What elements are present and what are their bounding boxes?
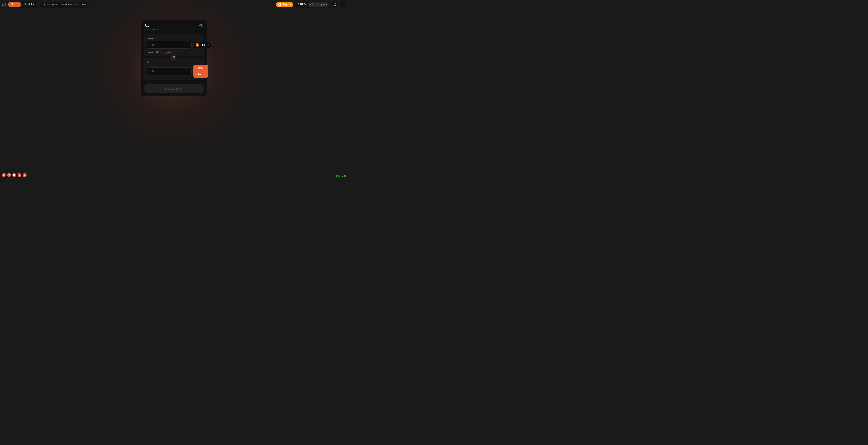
twitter-link[interactable]	[2, 173, 6, 177]
card-subtitle: Ergo network	[145, 28, 204, 31]
chevron-down-icon: ▾	[290, 3, 291, 6]
svg-point-6	[24, 175, 24, 175]
from-label: From	[147, 37, 201, 39]
swap-arrows-icon	[173, 56, 175, 58]
svg-point-3	[201, 25, 202, 26]
medium-link[interactable]: M	[18, 173, 21, 177]
discord-icon	[13, 174, 16, 176]
discord-link[interactable]	[12, 173, 16, 177]
from-box: From Σ ERG ▾ Balance: 0 ERG Max	[145, 34, 204, 56]
volume-stat: Volume 24H: $130.18k	[61, 3, 86, 6]
app-logo[interactable]	[2, 2, 6, 7]
from-amount-input[interactable]	[147, 41, 192, 49]
chevron-down-icon: ▾	[205, 70, 206, 72]
svg-point-1	[343, 4, 343, 5]
to-box: To Select a token ▾	[145, 58, 204, 80]
refresh-icon	[334, 3, 337, 6]
reddit-link[interactable]	[23, 173, 27, 177]
to-label: To	[147, 60, 201, 63]
nav-swap[interactable]: Swap	[8, 2, 21, 7]
chevron-down-icon: ▾	[208, 44, 209, 46]
block-height-indicator[interactable]: 687,288	[336, 175, 346, 177]
tvl-stat: TVL: $2.45m	[42, 3, 57, 6]
block-number: 687,288	[338, 175, 346, 177]
from-token-selector[interactable]: Σ ERG ▾	[193, 41, 211, 48]
max-button[interactable]: Max	[165, 51, 173, 54]
ergo-token-icon: Σ	[195, 43, 199, 47]
dots-icon	[342, 3, 344, 6]
select-token-label: Select a token	[196, 66, 203, 76]
card-title: Swap	[145, 24, 204, 28]
svg-point-0	[342, 4, 342, 5]
refresh-button[interactable]	[332, 1, 338, 8]
nav-tabs: Swap Liquidity	[8, 1, 37, 8]
stats-pill: TVL: $2.45m Volume 24H: $130.18k	[39, 2, 89, 7]
switch-tokens-button[interactable]	[172, 55, 177, 60]
svg-point-5	[25, 175, 26, 175]
from-token-name: ERG	[200, 43, 206, 47]
gear-icon	[199, 24, 203, 27]
swap-card: Swap Ergo network From Σ ERG ▾ Balance: …	[141, 21, 207, 96]
twitter-icon	[3, 174, 5, 176]
nav-liquidity[interactable]: Liquidity	[21, 2, 37, 7]
telegram-icon	[8, 174, 10, 176]
to-amount-input[interactable]	[147, 67, 192, 75]
svg-point-4	[24, 175, 26, 176]
medium-icon: M	[19, 174, 21, 176]
status-dot-icon	[336, 175, 337, 177]
network-selector[interactable]: Σ Ergo ▾	[276, 2, 293, 7]
wallet-address: 9gWDsb...pgS8	[308, 2, 329, 7]
ergo-icon: Σ	[278, 3, 281, 6]
swap-action-button[interactable]: Select a token	[145, 84, 204, 93]
from-balance: Balance: 0 ERG	[147, 51, 163, 54]
wallet-balance: 0 ERG	[298, 3, 306, 6]
svg-point-2	[344, 4, 344, 5]
network-name: Ergo	[283, 3, 288, 6]
social-links: M	[2, 173, 27, 177]
wallet-pill[interactable]: 0 ERG 9gWDsb...pgS8	[295, 1, 330, 8]
more-button[interactable]	[340, 1, 346, 8]
telegram-link[interactable]	[7, 173, 11, 177]
to-token-selector[interactable]: Select a token ▾	[193, 65, 208, 78]
reddit-icon	[24, 174, 26, 176]
settings-button[interactable]	[199, 24, 204, 28]
